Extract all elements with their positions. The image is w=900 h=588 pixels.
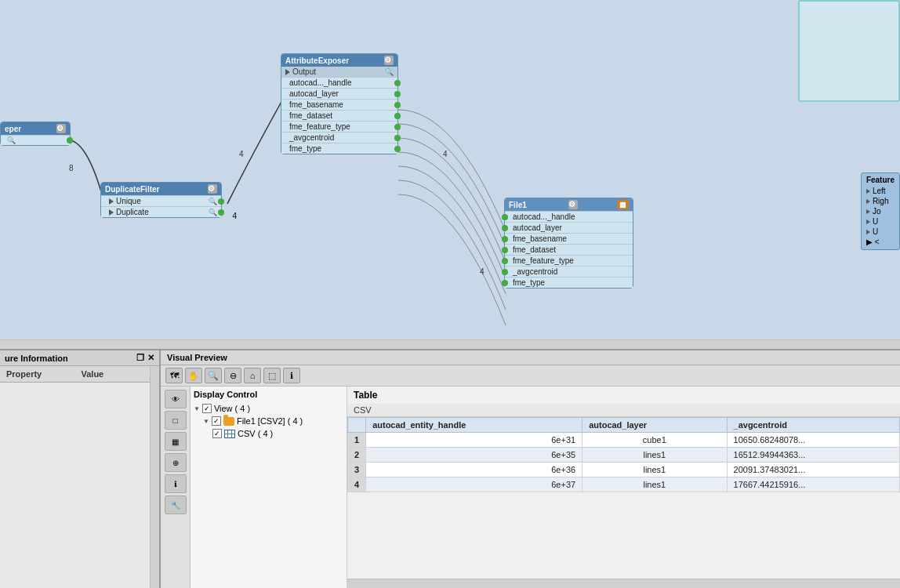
info-toolbar-btn[interactable]: ℹ bbox=[283, 368, 300, 383]
ae-port-basename: fme_basename bbox=[281, 99, 397, 110]
dc-csv-item[interactable]: ✓ CSV ( 4 ) bbox=[194, 427, 343, 440]
cell-centroid: 17667.44215916... bbox=[727, 477, 899, 492]
cell-handle: 6e+35 bbox=[366, 448, 582, 463]
righ-triangle-icon bbox=[866, 199, 870, 204]
col-num bbox=[348, 418, 366, 433]
file1-node[interactable]: File1 ⚙ ▦ autocad..._handle autocad_laye… bbox=[504, 198, 633, 289]
file1-checkbox[interactable]: ✓ bbox=[212, 416, 221, 426]
right-panel-title: Feature bbox=[866, 176, 895, 184]
ae-handle-dot bbox=[394, 80, 401, 86]
cell-handle: 6e+31 bbox=[366, 433, 582, 448]
duplicate-port: Duplicate 🔍 bbox=[101, 206, 221, 217]
right-feature-panel: Feature Left Righ Jo U U ▶ < bbox=[861, 172, 900, 250]
file1-collapse-icon[interactable]: ▼ bbox=[203, 418, 209, 425]
attribute-exposer-node[interactable]: AttributeExposer ⚙ Output 🔍 autocad..._h… bbox=[281, 53, 398, 154]
sidebar-zoom-icon[interactable]: ⊕ bbox=[165, 453, 187, 472]
f1-handle-dot-left bbox=[502, 214, 508, 220]
zoom-in-toolbar-btn[interactable]: 🔍 bbox=[205, 368, 222, 383]
sidebar-gear-icon[interactable]: 🔧 bbox=[165, 495, 187, 514]
map-toolbar-btn[interactable]: 🗺 bbox=[165, 368, 183, 383]
feature-info-icons: ❐ ✕ bbox=[136, 353, 154, 363]
cell-layer: lines1 bbox=[582, 448, 727, 463]
jo-triangle-icon bbox=[866, 209, 870, 214]
file1-folder-icon bbox=[223, 417, 234, 426]
ae-port-handle: autocad..._handle bbox=[281, 77, 397, 88]
dc-file1-item[interactable]: ▼ ✓ File1 [CSV2] ( 4 ) bbox=[194, 415, 343, 427]
sidebar-map-icon[interactable]: □ bbox=[165, 411, 187, 430]
table-subtitle: CSV bbox=[347, 404, 900, 417]
file1-gear-icon[interactable]: ⚙ bbox=[568, 200, 578, 209]
f1-fme-type-dot-left bbox=[502, 280, 508, 286]
left-node-search-port: 🔍 bbox=[1, 135, 70, 145]
table-row: 2 6e+35 lines1 16512.94944363... bbox=[348, 448, 900, 463]
left-node-header: eper ⚙ bbox=[1, 122, 70, 135]
col-centroid: _avgcentroid bbox=[727, 418, 899, 433]
file1-table-icon[interactable]: ▦ bbox=[617, 200, 629, 209]
sidebar-grid-icon[interactable]: ▦ bbox=[165, 432, 187, 451]
table-row: 3 6e+36 lines1 20091.37483021... bbox=[348, 463, 900, 477]
right-panel-u1: U bbox=[866, 216, 895, 227]
ae-fme-type-dot bbox=[394, 146, 401, 152]
sidebar-info-icon[interactable]: ℹ bbox=[165, 474, 187, 493]
csv-checkbox[interactable]: ✓ bbox=[212, 429, 222, 438]
ae-port-layer: autocad_layer bbox=[281, 88, 397, 99]
view-checkbox[interactable]: ✓ bbox=[202, 404, 212, 413]
dc-view-item[interactable]: ▼ ✓ View ( 4 ) bbox=[194, 402, 343, 415]
right-panel-u2: U bbox=[866, 227, 895, 237]
right-panel-righ: Righ bbox=[866, 196, 895, 206]
u2-triangle-icon bbox=[866, 230, 870, 234]
restore-icon[interactable]: ❐ bbox=[136, 353, 144, 363]
f1-port-feature-type: fme_feature_type bbox=[505, 255, 633, 266]
table-title: Table bbox=[347, 387, 900, 404]
svg-text:4: 4 bbox=[443, 150, 448, 158]
sidebar-person-icon[interactable]: 👁 bbox=[165, 390, 187, 408]
close-icon[interactable]: ✕ bbox=[147, 353, 154, 363]
left-node-output-dot bbox=[67, 137, 73, 143]
cell-layer: lines1 bbox=[582, 463, 727, 477]
canvas-scrollbar-h[interactable] bbox=[0, 339, 900, 349]
row-num: 3 bbox=[348, 463, 366, 477]
u1-triangle-icon bbox=[866, 220, 870, 224]
output-section-header: Output 🔍 bbox=[281, 67, 397, 77]
left-node[interactable]: eper ⚙ 🔍 bbox=[0, 122, 71, 146]
feature-info-panel: ure Information ❐ ✕ Property Value bbox=[0, 350, 161, 588]
hand-toolbar-btn[interactable]: ✋ bbox=[185, 368, 202, 383]
select-toolbar-btn[interactable]: ⬚ bbox=[263, 368, 281, 383]
table-scroll[interactable]: autocad_entity_handle autocad_layer _avg… bbox=[347, 417, 900, 579]
right-panel-jo: Jo bbox=[866, 206, 895, 216]
zoom-out-toolbar-btn[interactable]: ⊖ bbox=[224, 368, 241, 383]
col-layer: autocad_layer bbox=[582, 418, 727, 433]
ae-dataset-dot bbox=[394, 113, 401, 119]
feature-info-title: ure Information bbox=[5, 354, 68, 363]
duplicate-filter-node[interactable]: DuplicateFilter ⚙ Unique 🔍 Duplicate 🔍 4 bbox=[100, 182, 222, 218]
ae-basename-dot bbox=[394, 102, 401, 108]
cell-centroid: 16512.94944363... bbox=[727, 448, 899, 463]
ae-port-fme-type: fme_type bbox=[281, 143, 397, 154]
f1-layer-dot-left bbox=[502, 225, 508, 231]
attribute-exposer-gear-icon[interactable]: ⚙ bbox=[384, 56, 394, 65]
home-toolbar-btn[interactable]: ⌂ bbox=[244, 368, 261, 383]
prop-scrollbar[interactable] bbox=[150, 366, 159, 588]
duplicate-filter-gear-icon[interactable]: ⚙ bbox=[208, 184, 217, 194]
left-node-gear-icon[interactable]: ⚙ bbox=[56, 124, 66, 133]
attribute-exposer-header: AttributeExposer ⚙ bbox=[281, 54, 397, 67]
f1-port-fme-type: fme_type bbox=[505, 277, 633, 288]
prop-table-container: Property Value bbox=[0, 366, 159, 588]
duplicate-filter-header: DuplicateFilter ⚙ bbox=[101, 183, 221, 195]
f1-port-handle: autocad..._handle bbox=[505, 211, 633, 222]
file1-header: File1 ⚙ ▦ bbox=[505, 198, 633, 211]
cell-layer: cube1 bbox=[582, 433, 727, 448]
cell-centroid: 20091.37483021... bbox=[727, 463, 899, 477]
csv-label: CSV ( 4 ) bbox=[238, 429, 273, 438]
table-scrollbar-h[interactable] bbox=[347, 579, 900, 588]
data-table: autocad_entity_handle autocad_layer _avg… bbox=[347, 417, 900, 492]
row-num: 2 bbox=[348, 448, 366, 463]
duplicate-filter-badge: 4 bbox=[232, 212, 237, 220]
table-panel: Table CSV autocad_entity_handle autocad_… bbox=[347, 387, 900, 588]
cell-handle: 6e+37 bbox=[366, 477, 582, 492]
view-collapse-icon[interactable]: ▼ bbox=[194, 405, 200, 412]
unique-port: Unique 🔍 bbox=[101, 195, 221, 206]
canvas: 8 4 4 4 eper ⚙ 🔍 bbox=[0, 0, 900, 349]
cell-handle: 6e+36 bbox=[366, 463, 582, 477]
row-num: 4 bbox=[348, 477, 366, 492]
